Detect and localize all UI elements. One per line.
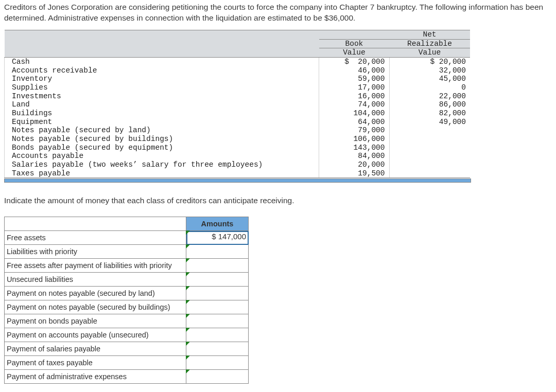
ledger-row-label: Notes payable (secured by land) (5, 126, 319, 135)
ledger-row: Investments16,00022,000 (5, 92, 471, 101)
answer-row-input[interactable] (186, 370, 249, 384)
answer-row-input[interactable] (186, 245, 249, 259)
ledger-row-book: 59,000 (319, 75, 389, 83)
answer-row: Payment of taxes payable (5, 356, 249, 370)
ledger-row-nrv: 82,000 (389, 109, 470, 118)
ledger-row: Accounts receivable46,00032,000 (5, 66, 471, 75)
answer-row-label: Payment of administrative expenses (5, 370, 186, 384)
ledger-row-book: 143,000 (319, 144, 389, 152)
answer-row: Payment of administrative expenses (5, 370, 249, 384)
answer-row: Unsecured liabilities (5, 273, 249, 287)
edit-indicator-icon (186, 314, 190, 318)
ledger-row-label: Notes payable (secured by buildings) (5, 135, 319, 144)
answer-row-input[interactable] (186, 273, 249, 287)
answer-row-label: Liabilities with priority (5, 245, 186, 259)
ledger-row: Salaries payable (two weeks’ salary for … (5, 161, 471, 169)
ledger-row-nrv: 0 (389, 83, 470, 92)
scrollbar-placeholder (4, 179, 471, 183)
ledger-row: Bonds payable (secured by equipment)143,… (5, 144, 471, 152)
ledger-row-book: 20,000 (319, 161, 389, 169)
answer-row-label: Payment of salaries payable (5, 342, 186, 356)
ledger-row-nrv (389, 169, 470, 178)
answer-row: Free assets$ 147,000 (5, 231, 249, 245)
ledger-row-nrv (389, 135, 470, 144)
ledger-row-label: Inventory (5, 75, 319, 83)
answer-row-label: Payment on bonds payable (5, 314, 186, 328)
ledger-header-nrv: Net (389, 30, 470, 39)
ledger-row: Equipment64,00049,000 (5, 118, 471, 127)
edit-indicator-icon (186, 244, 190, 248)
ledger-row-label: Accounts payable (5, 152, 319, 161)
answer-row: Liabilities with priority (5, 245, 249, 259)
ledger-row-nrv (389, 144, 470, 152)
ledger-row-label: Land (5, 100, 319, 109)
answer-row: Payment on notes payable (secured by bui… (5, 300, 249, 314)
ledger-row-nrv: 86,000 (389, 100, 470, 109)
answer-row-input[interactable] (186, 314, 249, 328)
ledger-row-book: 84,000 (319, 152, 389, 161)
answer-row-input[interactable] (186, 300, 249, 314)
ledger-row-book: 64,000 (319, 118, 389, 127)
ledger-row: Buildings104,00082,000 (5, 109, 471, 118)
answer-row-label: Payment on accounts payable (unsecured) (5, 328, 186, 342)
ledger-row-book: 46,000 (319, 66, 389, 75)
answer-row-label: Unsecured liabilities (5, 273, 186, 287)
ledger-row-nrv: 22,000 (389, 92, 470, 101)
answer-header-blank (5, 217, 186, 231)
answer-row-label: Free assets after payment of liabilities… (5, 259, 186, 273)
ledger-row-nrv: 45,000 (389, 75, 470, 83)
answer-row: Free assets after payment of liabilities… (5, 259, 249, 273)
problem-intro: Creditors of Jones Corporation are consi… (4, 2, 552, 24)
ledger-row-book: 16,000 (319, 92, 389, 101)
answer-row: Payment on notes payable (secured by lan… (5, 287, 249, 300)
ledger-row: Cash$ 20,000$ 20,000 (5, 57, 471, 66)
ledger-row-label: Taxes payable (5, 169, 319, 178)
ledger-row-book: $ 20,000 (319, 57, 389, 66)
answer-table: Amounts Free assets$ 147,000Liabilities … (4, 217, 249, 384)
edit-indicator-icon (186, 300, 190, 304)
ledger-row-nrv: 49,000 (389, 118, 470, 127)
answer-row-input[interactable] (186, 328, 249, 342)
ledger-row: Supplies17,0000 (5, 83, 471, 92)
ledger-row-label: Investments (5, 92, 319, 101)
edit-indicator-icon (186, 286, 190, 290)
edit-indicator-icon (186, 328, 190, 332)
ledger-row-label: Cash (5, 57, 319, 66)
answer-row-input[interactable] (186, 356, 249, 370)
ledger-table: Net Book Realizable Value Value Cash$ 20… (4, 30, 470, 177)
ledger-row-label: Accounts receivable (5, 66, 319, 75)
ledger-row: Notes payable (secured by buildings)106,… (5, 135, 471, 144)
instruction-text: Indicate the amount of money that each c… (4, 196, 552, 205)
ledger-row-nrv: 32,000 (389, 66, 470, 75)
ledger-row: Inventory59,00045,000 (5, 75, 471, 83)
answer-row: Payment of salaries payable (5, 342, 249, 356)
answer-row-value: $ 147,000 (188, 232, 246, 241)
answer-row-label: Free assets (5, 231, 186, 245)
ledger-row-label: Equipment (5, 118, 319, 127)
answer-row-label: Payment on notes payable (secured by lan… (5, 287, 186, 300)
ledger-row-book: 79,000 (319, 126, 389, 135)
ledger-row-book: 104,000 (319, 109, 389, 118)
answer-row: Payment on bonds payable (5, 314, 249, 328)
answer-row-input[interactable] (186, 342, 249, 356)
ledger-row-nrv (389, 161, 470, 169)
ledger-row-book: 19,500 (319, 169, 389, 178)
ledger-row-nrv (389, 152, 470, 161)
ledger-row-label: Bonds payable (secured by equipment) (5, 144, 319, 152)
answer-row-input[interactable] (186, 287, 249, 300)
ledger-row-nrv (389, 126, 470, 135)
edit-indicator-icon (186, 258, 190, 262)
answer-row: Payment on accounts payable (unsecured) (5, 328, 249, 342)
ledger-row-book: 74,000 (319, 100, 389, 109)
ledger-row-label: Supplies (5, 83, 319, 92)
answer-header-amounts: Amounts (186, 217, 249, 231)
answer-row-input[interactable]: $ 147,000 (186, 231, 249, 245)
edit-indicator-icon (186, 342, 190, 346)
ledger-row: Land74,00086,000 (5, 100, 471, 109)
answer-row-label: Payment on notes payable (secured by bui… (5, 300, 186, 314)
ledger-row-label: Salaries payable (two weeks’ salary for … (5, 161, 319, 169)
answer-row-input[interactable] (186, 259, 249, 273)
ledger-row: Accounts payable84,000 (5, 152, 471, 161)
ledger-row-book: 17,000 (319, 83, 389, 92)
ledger-row-nrv: $ 20,000 (389, 57, 470, 66)
